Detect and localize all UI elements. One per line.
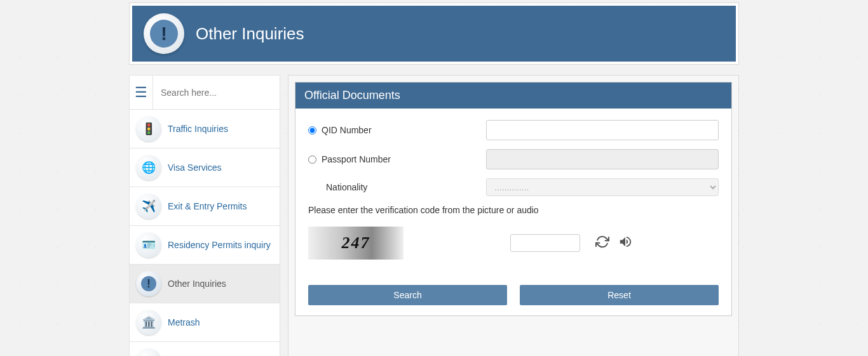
label-nationality: Nationality (308, 182, 367, 192)
passport-input (486, 149, 719, 169)
sidebar-item-other[interactable]: ! Other Inquiries (130, 265, 280, 303)
qid-input[interactable] (486, 120, 719, 140)
sidebar-item-visa[interactable]: 🌐 Visa Services (130, 148, 280, 187)
plane-icon: ✈️ (136, 194, 161, 219)
verification-hint: Please enter the verification code from … (308, 205, 719, 215)
sidebar-item-label: Metrash (168, 317, 200, 327)
sidebar-item-label: Exit & Entry Permits (168, 201, 247, 211)
captcha-image: 247 (308, 227, 403, 260)
page-banner: ! Other Inquiries (129, 3, 739, 65)
exclamation-icon: ! (136, 271, 161, 296)
captcha-input[interactable] (510, 234, 580, 252)
traffic-light-icon: 🚦 (136, 116, 161, 142)
id-card-icon: 🪪 (136, 232, 161, 258)
label-qid: QID Number (322, 125, 372, 135)
menu-icon[interactable]: ☰ (130, 76, 153, 110)
sidebar-item-label: Residency Permits inquiry (168, 240, 271, 250)
sidebar-item-residency[interactable]: 🪪 Residency Permits inquiry (130, 226, 280, 265)
refresh-icon[interactable] (595, 235, 609, 252)
globe-icon: 🌐 (136, 155, 161, 180)
label-passport: Passport Number (322, 154, 391, 164)
search-button[interactable]: Search (308, 285, 507, 305)
truck-icon: 🚚 (136, 348, 161, 356)
exclamation-icon: ! (150, 20, 178, 48)
sidebar-item-exit-entry[interactable]: ✈️ Exit & Entry Permits (130, 187, 280, 226)
panel-title: Official Documents (295, 82, 731, 109)
sidebar-item-label: Other Inquiries (168, 279, 226, 289)
page-title: Other Inquiries (196, 24, 304, 44)
main-panel: Official Documents QID Number (288, 75, 739, 356)
sidebar: ☰ 🚦 Traffic Inquiries 🌐 Visa Services ✈️… (129, 75, 280, 356)
sidebar-item-label: Visa Services (168, 162, 222, 173)
sidebar-item-label: Traffic Inquiries (168, 124, 228, 134)
building-icon: 🏛️ (136, 310, 161, 335)
radio-qid[interactable] (308, 126, 316, 135)
sidebar-item-traffic[interactable]: 🚦 Traffic Inquiries (130, 110, 280, 148)
search-input[interactable] (153, 88, 280, 98)
radio-passport[interactable] (308, 155, 316, 164)
nationality-select: .............. (486, 178, 719, 196)
banner-icon: ! (144, 13, 184, 54)
sidebar-item-metrash[interactable]: 🏛️ Metrash (130, 303, 280, 342)
sidebar-item-qpost[interactable]: 🚚 QPost Services (130, 342, 280, 356)
audio-icon[interactable] (618, 235, 632, 252)
reset-button[interactable]: Reset (520, 285, 719, 305)
